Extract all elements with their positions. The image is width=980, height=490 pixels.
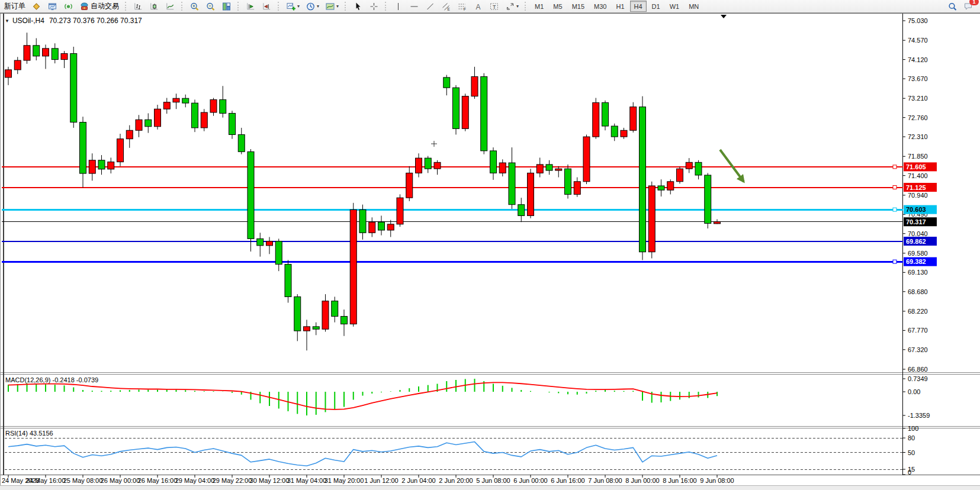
cursor-tool-button[interactable]	[351, 0, 365, 12]
notifications-button[interactable]: 1	[961, 0, 976, 12]
chevron-down-icon[interactable]: ▾	[516, 4, 519, 9]
chart-title: ▼ USOil-,H4 70.273 70.376 70.266 70.317	[5, 17, 142, 25]
svg-text:5 Jun 08:00: 5 Jun 08:00	[476, 477, 510, 484]
svg-text:0.00: 0.00	[908, 388, 920, 395]
horizontal-line-icon	[409, 2, 419, 11]
svg-text:73.210: 73.210	[908, 95, 928, 102]
zoom-out-button[interactable]	[203, 0, 218, 12]
text-icon: A	[473, 2, 483, 11]
market-watch-button[interactable]	[29, 0, 44, 12]
svg-text:31 May 04:00: 31 May 04:00	[287, 477, 327, 484]
text-tool-button[interactable]: A	[471, 0, 486, 12]
bar-chart-icon	[133, 2, 143, 11]
timeframe-m15[interactable]: M15	[568, 1, 589, 12]
crosshair-tool-button[interactable]	[367, 0, 381, 12]
svg-text:9 Jun 08:00: 9 Jun 08:00	[700, 477, 734, 484]
toolbar-separator	[385, 2, 388, 11]
svg-text:6 Jun 00:00: 6 Jun 00:00	[513, 477, 548, 484]
timeframe-d1[interactable]: D1	[648, 1, 664, 12]
auto-trading-label: 自动交易	[91, 1, 119, 11]
chart-shift-button[interactable]	[259, 0, 274, 12]
toolbar-separator	[525, 2, 528, 11]
templates-button[interactable]: ▾	[323, 0, 341, 12]
chevron-down-icon[interactable]: ▾	[317, 4, 319, 9]
svg-text:71.400: 71.400	[908, 172, 928, 179]
svg-text:72.310: 72.310	[908, 133, 928, 140]
auto-trading-button[interactable]: 自动交易	[77, 0, 121, 12]
zoom-out-icon	[205, 2, 216, 11]
timeframe-h1[interactable]: H1	[612, 1, 628, 12]
timeframe-mn[interactable]: MN	[685, 1, 703, 12]
new-chart-icon	[286, 2, 296, 11]
vertical-line-tool-button[interactable]	[391, 0, 406, 12]
svg-text:69.580: 69.580	[908, 250, 928, 257]
clock-icon	[306, 2, 316, 11]
svg-text:70.040: 70.040	[908, 230, 928, 237]
line-chart-mode-button[interactable]	[163, 0, 178, 12]
svg-text:71.850: 71.850	[908, 153, 928, 160]
new-order-button[interactable]: 新订单	[1, 0, 28, 12]
svg-text:25 May 08:00: 25 May 08:00	[63, 477, 103, 484]
equidistant-channel-icon: E	[441, 2, 451, 11]
search-button[interactable]	[945, 0, 960, 12]
data-window-button[interactable]	[45, 0, 60, 12]
auto-scroll-button[interactable]	[243, 0, 258, 12]
chart-window: 75.03074.57074.12073.67073.21072.76072.3…	[0, 13, 980, 486]
robot-icon	[79, 2, 89, 11]
svg-text:74.570: 74.570	[908, 37, 928, 44]
chevron-down-icon[interactable]: ▾	[297, 4, 300, 9]
chevron-down-icon[interactable]: ▾	[336, 4, 339, 9]
svg-text:69.382: 69.382	[906, 258, 926, 265]
signals-button[interactable]	[61, 0, 76, 12]
svg-text:75.030: 75.030	[908, 17, 928, 24]
timeframe-m1[interactable]: M1	[531, 1, 548, 12]
svg-text:80: 80	[908, 434, 915, 441]
notification-badge: 1	[969, 0, 979, 5]
status-bar	[0, 485, 980, 490]
crosshair-icon	[369, 2, 379, 11]
text-label-tool-button[interactable]: T	[487, 0, 502, 12]
svg-text:F: F	[464, 7, 466, 11]
svg-text:70.317: 70.317	[906, 218, 926, 225]
svg-text:74.120: 74.120	[908, 56, 928, 63]
svg-text:71.605: 71.605	[906, 163, 926, 170]
timeframe-m5[interactable]: M5	[549, 1, 566, 12]
periods-button[interactable]: ▾	[303, 0, 322, 12]
arrows-icon	[505, 2, 515, 11]
trendline-icon	[425, 2, 435, 11]
new-chart-button[interactable]: ▾	[284, 0, 302, 12]
horizontal-line-tool-button[interactable]	[407, 0, 422, 12]
trendline-tool-button[interactable]	[423, 0, 438, 12]
timeframe-m30[interactable]: M30	[590, 1, 611, 12]
tile-windows-button[interactable]	[219, 0, 234, 12]
fibonacci-tool-button[interactable]: F	[455, 0, 470, 12]
zoom-in-button[interactable]	[187, 0, 202, 12]
chart-symbol: USOil-,H4	[12, 17, 44, 25]
svg-text:67.770: 67.770	[908, 327, 928, 334]
timeframe-w1[interactable]: W1	[666, 1, 684, 12]
svg-text:7 Jun 08:00: 7 Jun 08:00	[588, 477, 622, 484]
chart-canvas[interactable]: 75.03074.57074.12073.67073.21072.76072.3…	[0, 14, 980, 486]
signal-icon	[63, 2, 73, 11]
svg-text:73.670: 73.670	[908, 75, 928, 82]
svg-text:E: E	[448, 7, 451, 11]
cursor-icon	[353, 2, 363, 11]
timeframe-h4[interactable]: H4	[630, 1, 647, 12]
svg-text:68.220: 68.220	[908, 308, 928, 315]
arrows-tool-button[interactable]: ▾	[503, 0, 521, 12]
svg-text:71.125: 71.125	[906, 184, 926, 191]
svg-text:67.320: 67.320	[908, 346, 928, 353]
svg-text:70.603: 70.603	[906, 206, 926, 213]
candlestick-mode-button[interactable]	[147, 0, 162, 12]
svg-text:0: 0	[908, 469, 911, 476]
fibonacci-icon: F	[457, 2, 467, 11]
zoom-in-icon	[189, 2, 200, 11]
tile-windows-icon	[221, 2, 232, 11]
line-chart-icon	[165, 2, 175, 11]
channel-tool-button[interactable]: E	[439, 0, 454, 12]
gold-diamond-icon	[31, 2, 41, 11]
toolbar-separator	[278, 2, 281, 11]
toolbar-separator	[237, 2, 240, 11]
symbol-dropdown-icon[interactable]: ▼	[5, 18, 9, 24]
bar-chart-mode-button[interactable]	[131, 0, 146, 12]
